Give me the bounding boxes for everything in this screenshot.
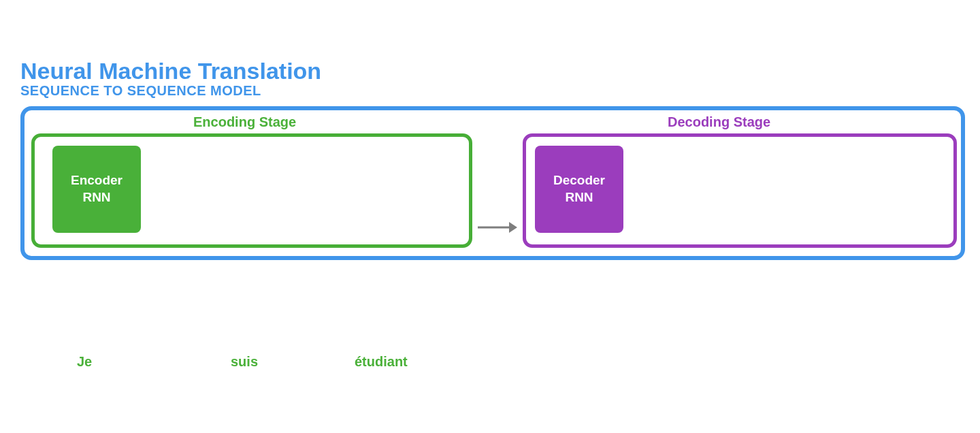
diagram-title: Neural Machine Translation: [20, 58, 321, 84]
svg-marker-1: [509, 222, 517, 233]
input-token-1: Je: [77, 354, 92, 370]
input-token-2: suis: [231, 354, 258, 370]
diagram-subtitle: SEQUENCE TO SEQUENCE MODEL: [20, 83, 261, 99]
input-token-3: étudiant: [355, 354, 408, 370]
input-tokens: Je suis étudiant: [0, 354, 476, 374]
decoder-rnn-block: DecoderRNN: [535, 146, 623, 233]
decoding-stage-label: Decoding Stage: [668, 114, 770, 130]
arrow-icon: [476, 219, 517, 236]
encoder-rnn-block: EncoderRNN: [52, 146, 141, 233]
encoding-stage-label: Encoding Stage: [193, 114, 296, 130]
